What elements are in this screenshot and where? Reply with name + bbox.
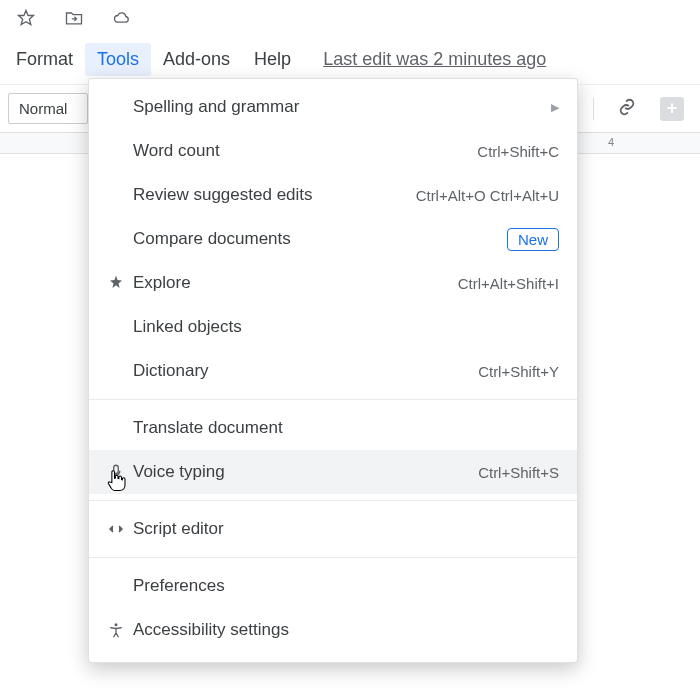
menu-item-label: Voice typing [133, 462, 225, 482]
menu-item-label: Translate document [133, 418, 283, 438]
toolbar-divider [593, 98, 594, 120]
ruler-mark: 4 [608, 136, 614, 148]
explore-icon [107, 274, 133, 292]
menu-item-label: Compare documents [133, 229, 291, 249]
move-folder-icon[interactable] [64, 8, 84, 31]
new-badge: New [507, 228, 559, 251]
svg-marker-0 [19, 11, 34, 25]
menu-script-editor[interactable]: Script editor [89, 507, 577, 551]
menu-item-shortcut: Ctrl+Alt+Shift+I [458, 275, 559, 292]
submenu-arrow-icon: ▶ [551, 101, 559, 114]
menu-item-label: Script editor [133, 519, 224, 539]
menu-item-label: Review suggested edits [133, 185, 313, 205]
menu-item-label: Dictionary [133, 361, 209, 381]
menu-preferences[interactable]: Preferences [89, 564, 577, 608]
menu-tools[interactable]: Tools [85, 43, 151, 76]
menu-separator [89, 399, 577, 400]
menu-explore[interactable]: Explore Ctrl+Alt+Shift+I [89, 261, 577, 305]
menu-item-label: Word count [133, 141, 220, 161]
cloud-status-icon[interactable] [112, 8, 132, 31]
menu-item-label: Accessibility settings [133, 620, 289, 640]
menu-format[interactable]: Format [4, 43, 85, 76]
menu-separator [89, 500, 577, 501]
menu-separator [89, 557, 577, 558]
menubar: Format Tools Add-ons Help Last edit was … [0, 35, 700, 84]
insert-link-icon[interactable] [616, 96, 638, 121]
paragraph-style-select[interactable]: Normal [8, 93, 88, 124]
menu-review-suggested-edits[interactable]: Review suggested edits Ctrl+Alt+O Ctrl+A… [89, 173, 577, 217]
menu-help[interactable]: Help [242, 43, 303, 76]
menu-dictionary[interactable]: Dictionary Ctrl+Shift+Y [89, 349, 577, 393]
menu-item-shortcut: Ctrl+Shift+C [477, 143, 559, 160]
menu-item-label: Linked objects [133, 317, 242, 337]
menu-spelling-grammar[interactable]: Spelling and grammar ▶ [89, 85, 577, 129]
script-editor-icon [107, 520, 133, 538]
menu-linked-objects[interactable]: Linked objects [89, 305, 577, 349]
menu-accessibility-settings[interactable]: Accessibility settings [89, 608, 577, 652]
add-comment-icon[interactable]: + [660, 97, 684, 121]
menu-voice-typing[interactable]: Voice typing Ctrl+Shift+S [89, 450, 577, 494]
menu-item-shortcut: Ctrl+Shift+Y [478, 363, 559, 380]
tools-dropdown: Spelling and grammar ▶ Word count Ctrl+S… [88, 78, 578, 663]
menu-item-shortcut: Ctrl+Shift+S [478, 464, 559, 481]
last-edit-link[interactable]: Last edit was 2 minutes ago [323, 49, 546, 70]
menu-item-label: Explore [133, 273, 191, 293]
menu-word-count[interactable]: Word count Ctrl+Shift+C [89, 129, 577, 173]
menu-compare-documents[interactable]: Compare documents New [89, 217, 577, 261]
menu-item-label: Preferences [133, 576, 225, 596]
menu-translate-document[interactable]: Translate document [89, 406, 577, 450]
menu-addons[interactable]: Add-ons [151, 43, 242, 76]
menu-item-label: Spelling and grammar [133, 97, 299, 117]
star-icon[interactable] [16, 8, 36, 31]
menu-item-shortcut: Ctrl+Alt+O Ctrl+Alt+U [416, 187, 559, 204]
microphone-icon [107, 463, 133, 481]
svg-point-2 [115, 623, 118, 626]
accessibility-icon [107, 621, 133, 639]
